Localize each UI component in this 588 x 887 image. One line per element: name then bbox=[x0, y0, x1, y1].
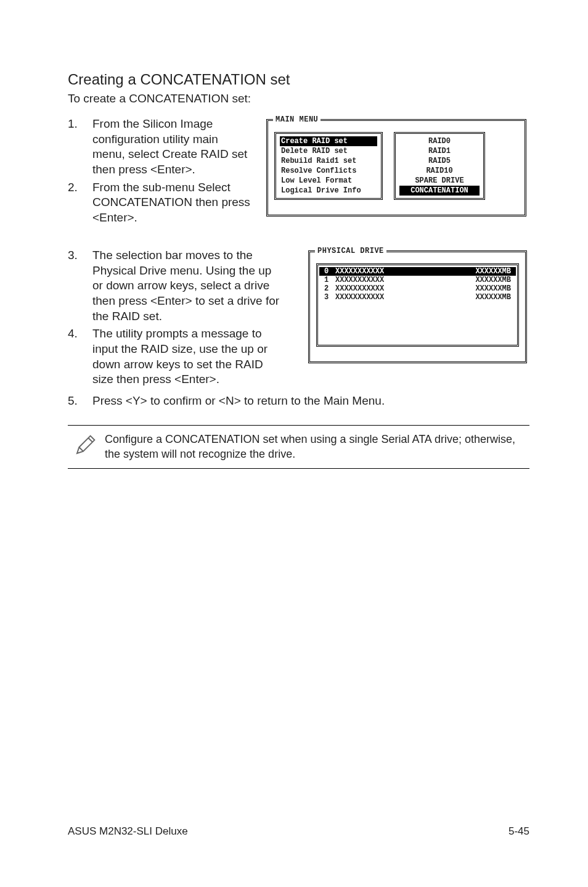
option-raid10[interactable]: RAID10 bbox=[399, 166, 480, 176]
menu-item-logical-drive-info[interactable]: Logical Drive Info bbox=[280, 186, 377, 196]
drive-name: XXXXXXXXXXX bbox=[335, 276, 462, 284]
step-number: 4. bbox=[68, 326, 92, 387]
option-concatenation[interactable]: CONCATENATION bbox=[399, 186, 480, 196]
menu-item-rebuild-raid1[interactable]: Rebuild Raid1 set bbox=[280, 156, 377, 166]
option-spare-drive[interactable]: SPARE DRIVE bbox=[399, 176, 480, 186]
bios-legend: MAIN MENU bbox=[273, 115, 321, 124]
drive-row[interactable]: 0 XXXXXXXXXXX XXXXXXMB bbox=[319, 267, 516, 276]
drive-row[interactable]: 3 XXXXXXXXXXX XXXXXXMB bbox=[319, 293, 516, 302]
bios-physical-drive-panel: PHYSICAL DRIVE 0 XXXXXXXXXXX XXXXXXMB 1 … bbox=[308, 250, 527, 363]
step-number: 5. bbox=[68, 394, 92, 409]
drive-index: 2 bbox=[324, 284, 335, 293]
drive-size: XXXXXXMB bbox=[462, 284, 511, 293]
step-1: 1. From the Silicon Image configuration … bbox=[68, 117, 253, 178]
drive-index: 0 bbox=[324, 267, 335, 276]
page-subtitle: To create a CONCATENATION set: bbox=[68, 92, 529, 105]
drive-name: XXXXXXXXXXX bbox=[335, 267, 462, 276]
drive-name: XXXXXXXXXXX bbox=[335, 284, 462, 293]
drive-row[interactable]: 2 XXXXXXXXXXX XXXXXXMB bbox=[319, 284, 516, 293]
bios-main-items: Create RAID set Delete RAID set Rebuild … bbox=[274, 132, 383, 200]
drive-name: XXXXXXXXXXX bbox=[335, 293, 462, 302]
step-text: The selection bar moves to the Physical … bbox=[92, 248, 284, 324]
step-4: 4. The utility prompts a message to inpu… bbox=[68, 326, 284, 387]
step-5: 5. Press <Y> to confirm or <N> to return… bbox=[68, 394, 529, 409]
footer-right: 5-45 bbox=[508, 825, 529, 838]
step-text: Press <Y> to confirm or <N> to return to… bbox=[92, 394, 529, 409]
bios-raid-options: RAID0 RAID1 RAID5 RAID10 SPARE DRIVE CON… bbox=[394, 132, 485, 200]
step-number: 3. bbox=[68, 248, 92, 324]
drive-index: 3 bbox=[324, 293, 335, 302]
drive-row[interactable]: 1 XXXXXXXXXXX XXXXXXMB bbox=[319, 276, 516, 284]
note-text: Configure a CONCATENATION set when using… bbox=[105, 432, 523, 462]
step-3: 3. The selection bar moves to the Physic… bbox=[68, 248, 284, 324]
option-raid1[interactable]: RAID1 bbox=[399, 146, 480, 156]
step-number: 1. bbox=[68, 117, 92, 178]
menu-item-create-raid[interactable]: Create RAID set bbox=[280, 136, 377, 146]
bios-main-menu-panel: MAIN MENU Create RAID set Delete RAID se… bbox=[266, 119, 526, 217]
step-text: From the sub-menu Select CONCATENATION t… bbox=[92, 180, 253, 226]
drive-size: XXXXXXMB bbox=[462, 293, 511, 302]
option-raid0[interactable]: RAID0 bbox=[399, 136, 480, 146]
step-text: From the Silicon Image configuration uti… bbox=[92, 117, 253, 178]
drive-size: XXXXXXMB bbox=[462, 267, 511, 276]
option-raid5[interactable]: RAID5 bbox=[399, 156, 480, 166]
drive-size: XXXXXXMB bbox=[462, 276, 511, 284]
step-2: 2. From the sub-menu Select CONCATENATIO… bbox=[68, 180, 253, 226]
page-heading: Creating a CONCATENATION set bbox=[68, 71, 529, 88]
pencil-icon bbox=[68, 432, 105, 462]
note-box: Configure a CONCATENATION set when using… bbox=[68, 425, 529, 469]
menu-item-delete-raid[interactable]: Delete RAID set bbox=[280, 146, 377, 156]
bios-legend: PHYSICAL DRIVE bbox=[315, 247, 386, 255]
menu-item-resolve-conflicts[interactable]: Resolve Conflicts bbox=[280, 166, 377, 176]
drive-list: 0 XXXXXXXXXXX XXXXXXMB 1 XXXXXXXXXXX XXX… bbox=[316, 263, 519, 347]
step-text: The utility prompts a message to input t… bbox=[92, 326, 284, 387]
drive-index: 1 bbox=[324, 276, 335, 284]
page-footer: ASUS M2N32-SLI Deluxe 5-45 bbox=[68, 825, 529, 838]
footer-left: ASUS M2N32-SLI Deluxe bbox=[68, 825, 188, 838]
menu-item-low-level-format[interactable]: Low Level Format bbox=[280, 176, 377, 186]
step-number: 2. bbox=[68, 180, 92, 226]
